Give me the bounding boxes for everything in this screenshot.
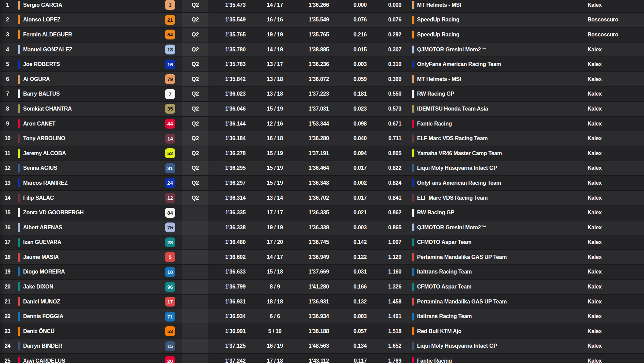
- best-lap-time: 1'35.783: [208, 61, 246, 67]
- lap-count: 17 / 17: [258, 210, 292, 216]
- position-number: 11: [0, 150, 15, 156]
- rider-result-row[interactable]: 4 Manuel GONZALEZ 18 Q2 1'35.780 14 / 19…: [0, 43, 644, 57]
- qualifying-session-cell: [182, 354, 208, 363]
- last-lap-time: 1'38.188: [292, 328, 329, 334]
- rider-result-row[interactable]: 8 Somkiat CHANTRA 35 Q2 1'36.046 15 / 19…: [0, 102, 644, 117]
- last-lap-time: 1'36.348: [292, 180, 329, 186]
- qualifying-session-cell: [182, 339, 208, 353]
- team-color-bar: [412, 149, 414, 157]
- rider-result-row[interactable]: 6 Ai OGURA 79 Q2 1'35.842 13 / 18 1'36.0…: [0, 72, 644, 87]
- rider-result-row[interactable]: 22 Dennis FOGGIA 71 1'36.934 6 / 6 1'36.…: [0, 309, 644, 324]
- team-color-bar: [412, 135, 414, 143]
- rider-result-row[interactable]: 2 Alonso LOPEZ 21 Q2 1'35.549 16 / 16 1'…: [0, 13, 644, 28]
- rider-result-row[interactable]: 21 Daniel MUÑOZ 17 1'36.931 18 / 18 1'36…: [0, 295, 644, 310]
- constructor-name: Kalex: [588, 150, 644, 156]
- team-color-bar-cell: [401, 220, 417, 235]
- rider-number-cell: 53: [161, 326, 180, 336]
- team-color-bar: [412, 342, 414, 350]
- gap-to-previous: 0.017: [329, 195, 367, 201]
- position-number: 23: [0, 328, 15, 334]
- rider-result-row[interactable]: 18 Jaume MASIA 5 1'36.602 14 / 17 1'36.9…: [0, 250, 644, 265]
- rider-result-row[interactable]: 17 Izan GUEVARA 28 1'36.480 17 / 20 1'36…: [0, 235, 644, 250]
- team-name: MT Helmets - MSI: [417, 76, 588, 82]
- rider-color-bar: [18, 134, 20, 143]
- q2-label: Q2: [192, 165, 199, 171]
- rider-result-row[interactable]: 10 Tony ARBOLINO 14 Q2 1'36.184 16 / 18 …: [0, 131, 644, 146]
- constructor-name: Kalex: [588, 313, 644, 319]
- rider-number-cell: 75: [161, 222, 180, 232]
- team-name: Pertamina Mandalika GAS UP Team: [417, 254, 588, 260]
- rider-number-badge: 16: [165, 60, 176, 69]
- gap-to-first: 1.652: [367, 343, 401, 349]
- last-lap-time: 1'36.931: [292, 299, 329, 305]
- constructor-name: Kalex: [588, 269, 644, 275]
- rider-number-cell: 3: [161, 0, 180, 10]
- constructor-name: Kalex: [588, 91, 644, 97]
- rider-result-row[interactable]: 23 Deniz ÖNCÜ 53 1'36.991 5 / 19 1'38.18…: [0, 324, 644, 339]
- constructor-name: Boscoscuro: [588, 17, 644, 23]
- lap-count: 19 / 19: [258, 225, 292, 231]
- position-number: 18: [0, 254, 15, 260]
- rider-color-bar-cell: [15, 280, 23, 294]
- qualifying-session-cell: [182, 309, 208, 324]
- rider-color-bar-cell: [15, 295, 23, 309]
- rider-color-bar-cell: [15, 161, 23, 176]
- team-name: SpeedUp Racing: [417, 17, 588, 23]
- rider-result-row[interactable]: 14 Filip SALAC 12 Q2 1'36.314 13 / 14 1'…: [0, 191, 644, 206]
- position-number: 17: [0, 239, 15, 245]
- gap-to-previous: 0.017: [329, 165, 367, 171]
- team-name: OnlyFans American Racing Team: [417, 61, 588, 67]
- rider-result-row[interactable]: 24 Darryn BINDER 15 1'37.125 16 / 19 1'4…: [0, 339, 644, 354]
- rider-result-row[interactable]: 13 Marcos RAMIREZ 24 Q2 1'36.297 15 / 19…: [0, 176, 644, 191]
- gap-to-previous: 0.134: [329, 343, 367, 349]
- rider-number-cell: 28: [161, 237, 180, 247]
- gap-to-previous: 0.117: [329, 358, 367, 363]
- best-lap-time: 1'36.295: [208, 165, 246, 171]
- rider-result-row[interactable]: 12 Senna AGIUS 81 Q2 1'36.295 15 / 19 1'…: [0, 161, 644, 176]
- gap-to-first: 0.369: [367, 76, 401, 82]
- qualifying-session-cell: Q2: [182, 191, 208, 205]
- rider-result-row[interactable]: 20 Jake DIXON 96 1'36.799 8 / 9 1'41.280…: [0, 280, 644, 295]
- rider-result-row[interactable]: 15 Zonta VD GOORBERGH 84 1'36.335 17 / 1…: [0, 205, 644, 220]
- constructor-name: Kalex: [588, 225, 644, 231]
- gap-to-first: 1.160: [367, 269, 401, 275]
- last-lap-time: 1'37.191: [292, 150, 329, 156]
- rider-color-bar-cell: [15, 191, 23, 205]
- qualifying-session-cell: [182, 250, 208, 264]
- team-color-bar-cell: [401, 339, 417, 353]
- position-number: 6: [0, 76, 15, 82]
- rider-result-row[interactable]: 25 Xavi CARDELUS 20 1'37.242 17 / 18 1'4…: [0, 354, 644, 363]
- gap-to-previous: 0.132: [329, 299, 367, 305]
- team-color-bar-cell: [401, 324, 417, 339]
- rider-color-bar-cell: [15, 43, 23, 57]
- rider-result-row[interactable]: 16 Albert ARENAS 75 1'36.338 19 / 19 1'3…: [0, 220, 644, 235]
- rider-result-row[interactable]: 1 Sergio GARCIA 3 Q2 1'35.473 14 / 17 1'…: [0, 0, 644, 13]
- lap-count: 13 / 18: [258, 76, 292, 82]
- rider-result-row[interactable]: 3 Fermin ALDEGUER 54 Q2 1'35.765 19 / 19…: [0, 28, 644, 43]
- q2-label: Q2: [192, 195, 199, 201]
- rider-number-cell: 16: [161, 60, 180, 69]
- position-number: 12: [0, 165, 15, 171]
- last-lap-time: 1'41.280: [292, 284, 329, 290]
- team-color-bar-cell: [401, 309, 417, 324]
- gap-to-first: 1.129: [367, 254, 401, 260]
- gap-to-first: 0.865: [367, 225, 401, 231]
- rider-result-row[interactable]: 11 Jeremy ALCOBA 52 Q2 1'36.278 15 / 19 …: [0, 146, 644, 161]
- gap-to-first: 0.671: [367, 121, 401, 127]
- team-color-bar-cell: [401, 13, 417, 27]
- gap-to-previous: 0.076: [329, 17, 367, 23]
- rider-result-row[interactable]: 19 Diogo MOREIRA 10 1'36.633 15 / 18 1'3…: [0, 265, 644, 280]
- rider-result-row[interactable]: 9 Aron CANET 44 Q2 1'36.144 12 / 16 1'53…: [0, 117, 644, 132]
- team-color-bar-cell: [401, 87, 417, 101]
- rider-result-row[interactable]: 5 Joe ROBERTS 16 Q2 1'35.783 13 / 17 1'3…: [0, 57, 644, 72]
- rider-number-badge: 35: [165, 104, 176, 114]
- rider-number-badge: 81: [165, 163, 176, 173]
- best-lap-time: 1'36.338: [208, 225, 246, 231]
- qualifying-session-cell: Q2: [182, 43, 208, 57]
- rider-color-bar-cell: [15, 87, 23, 101]
- gap-to-first: 0.841: [367, 195, 401, 201]
- team-name: Fantic Racing: [417, 358, 588, 363]
- rider-result-row[interactable]: 7 Barry BALTUS 7 Q2 1'36.023 13 / 18 1'3…: [0, 87, 644, 102]
- lap-count: 15 / 18: [258, 269, 292, 275]
- rider-number-cell: 5: [161, 252, 180, 262]
